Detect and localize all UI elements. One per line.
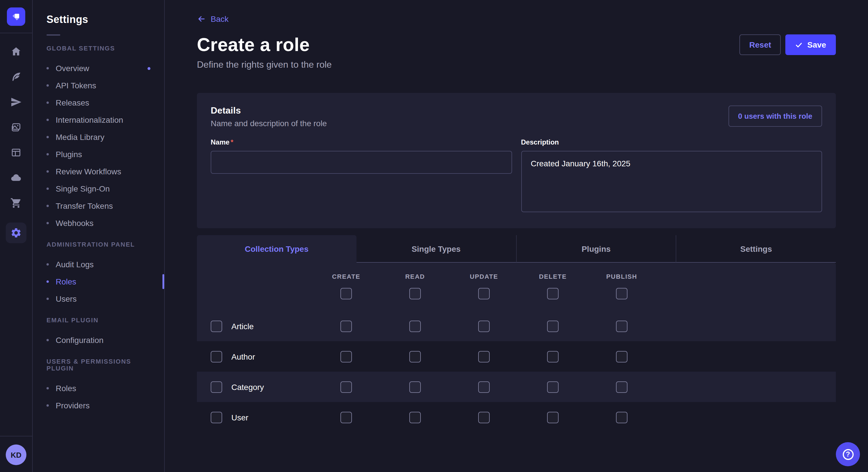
permissions-tab[interactable]: Settings [676, 235, 836, 263]
tab-label: Single Types [412, 244, 461, 253]
sidebar-item[interactable]: Users [33, 290, 164, 307]
select-row-checkbox[interactable] [211, 381, 222, 393]
back-label: Back [211, 14, 228, 24]
sidebar-item-label: Releases [56, 98, 89, 107]
sidebar-item[interactable]: Transfer Tokens [33, 197, 164, 214]
save-button[interactable]: Save [786, 34, 836, 55]
sidebar-item[interactable]: Audit Logs [33, 256, 164, 273]
sidebar-item-label: Users [56, 294, 76, 303]
select-row-checkbox[interactable] [211, 351, 222, 362]
sidebar-item[interactable]: Providers [33, 397, 164, 414]
sidebar-title-rule [46, 34, 60, 36]
sidebar-item-label: Transfer Tokens [56, 201, 113, 210]
publish-permission-checkbox[interactable] [616, 320, 627, 332]
permissions-tab[interactable]: Collection Types [197, 235, 356, 263]
publish-permission-checkbox[interactable] [616, 381, 627, 393]
cloud-icon[interactable] [10, 172, 22, 183]
delete-permission-checkbox[interactable] [547, 381, 559, 393]
back-arrow-icon [197, 14, 206, 24]
sidebar-item-label: Webhooks [56, 218, 94, 228]
bullet-icon [46, 153, 49, 156]
bullet-icon [46, 280, 49, 283]
sidebar-item[interactable]: Configuration [33, 332, 164, 349]
media-library-icon[interactable] [10, 122, 22, 133]
description-label: Description [521, 138, 559, 146]
strapi-logo[interactable] [7, 7, 25, 26]
delete-permission-checkbox[interactable] [547, 351, 559, 362]
update-permission-checkbox[interactable] [478, 411, 490, 423]
select-all-column-checkbox[interactable] [409, 288, 421, 299]
create-permission-checkbox[interactable] [340, 320, 352, 332]
update-permission-checkbox[interactable] [478, 381, 490, 393]
permissions-tab[interactable]: Plugins [516, 235, 676, 263]
settings-gear-icon[interactable] [6, 223, 26, 243]
users-with-role-button[interactable]: 0 users with this role [728, 105, 822, 127]
delete-permission-checkbox[interactable] [547, 320, 559, 332]
sidebar-item[interactable]: Plugins [33, 146, 164, 163]
permission-column-header: Read [405, 273, 425, 280]
app-window: KD Settings GLOBAL SETTINGS Overview API… [0, 0, 868, 472]
sidebar-item-label: Internationalization [56, 115, 123, 125]
sidebar-item[interactable]: Roles [33, 273, 164, 290]
bullet-icon [46, 119, 49, 121]
content-type-row: Author [197, 341, 836, 372]
sidebar-item[interactable]: Single Sign-On [33, 180, 164, 197]
read-permission-checkbox[interactable] [409, 320, 421, 332]
save-label: Save [807, 40, 826, 49]
permissions-tab[interactable]: Single Types [356, 235, 516, 263]
delete-permission-checkbox[interactable] [547, 411, 559, 423]
role-description-textarea[interactable]: Created January 16th, 2025 [521, 151, 822, 212]
select-row-checkbox[interactable] [211, 411, 222, 423]
sidebar-item[interactable]: Roles [33, 380, 164, 397]
user-avatar[interactable]: KD [6, 444, 26, 465]
sidebar-item[interactable]: Media Library [33, 129, 164, 146]
details-card-title: Details [211, 105, 327, 116]
publish-permission-checkbox[interactable] [616, 411, 627, 423]
bullet-icon [46, 102, 49, 104]
permission-column-header: Update [470, 273, 498, 280]
content-type-builder-icon[interactable] [10, 147, 22, 158]
create-permission-checkbox[interactable] [340, 351, 352, 362]
sidebar-item[interactable]: Internationalization [33, 111, 164, 129]
bullet-icon [46, 339, 49, 341]
select-all-column-checkbox[interactable] [547, 288, 559, 299]
sidebar-item[interactable]: Releases [33, 94, 164, 111]
content-type-label: Category [231, 382, 264, 392]
read-permission-checkbox[interactable] [409, 351, 421, 362]
help-button[interactable]: ? [836, 442, 860, 466]
sidebar-item-label: Roles [56, 277, 76, 286]
sidebar-item-label: Plugins [56, 150, 82, 159]
tab-label: Collection Types [245, 244, 309, 253]
select-all-column-checkbox[interactable] [340, 288, 352, 299]
publish-permission-checkbox[interactable] [616, 351, 627, 362]
update-permission-checkbox[interactable] [478, 351, 490, 362]
read-permission-checkbox[interactable] [409, 411, 421, 423]
reset-button[interactable]: Reset [739, 34, 781, 55]
bullet-icon [46, 170, 49, 173]
sidebar-item[interactable]: Overview [33, 60, 164, 77]
bullet-icon [46, 404, 49, 407]
select-all-column-checkbox[interactable] [478, 288, 490, 299]
home-icon[interactable] [10, 46, 22, 57]
bullet-icon [46, 263, 49, 266]
sidebar-item-label: Single Sign-On [56, 184, 110, 193]
sidebar-item[interactable]: Webhooks [33, 214, 164, 232]
create-permission-checkbox[interactable] [340, 381, 352, 393]
permission-column-header: Delete [539, 273, 567, 280]
details-card-subtitle: Name and description of the role [211, 119, 327, 128]
select-row-checkbox[interactable] [211, 320, 222, 332]
content-manager-feather-icon[interactable] [10, 71, 22, 82]
role-name-input[interactable] [211, 151, 512, 174]
create-permission-checkbox[interactable] [340, 411, 352, 423]
sidebar-item-label: Audit Logs [56, 260, 94, 269]
update-permission-checkbox[interactable] [478, 320, 490, 332]
sidebar-item[interactable]: Review Workflows [33, 163, 164, 180]
select-all-column-checkbox[interactable] [616, 288, 627, 299]
permissions-tabs: Collection Types Single Types Plugins Se… [197, 235, 836, 263]
send-icon[interactable] [10, 96, 22, 108]
read-permission-checkbox[interactable] [409, 381, 421, 393]
marketplace-cart-icon[interactable] [10, 197, 22, 209]
sidebar-item[interactable]: API Tokens [33, 77, 164, 94]
content-type-label: User [231, 413, 248, 422]
back-link[interactable]: Back [197, 14, 228, 24]
